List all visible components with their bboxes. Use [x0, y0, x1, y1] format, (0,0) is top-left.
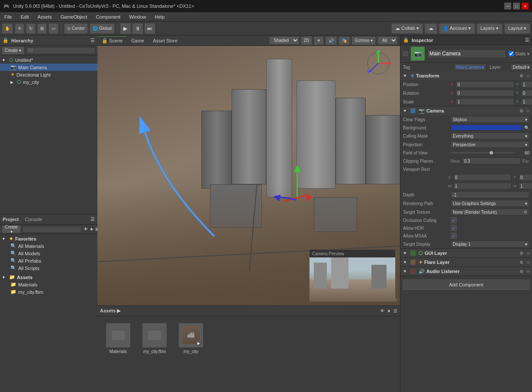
hierarchy-menu-icon[interactable]: ☰	[90, 38, 95, 43]
add-component-button[interactable]: Add Component	[403, 280, 529, 290]
project-all-prefabs[interactable]: 🔍 All Prefabs	[0, 257, 97, 264]
account-button[interactable]: 👤 Account ▾	[439, 23, 475, 34]
pause-button[interactable]: ⏸	[132, 23, 143, 34]
lights-button[interactable]: ☀	[314, 36, 324, 45]
project-all-models[interactable]: 🔍 All Models	[0, 250, 97, 257]
menu-edit[interactable]: Edit	[16, 13, 33, 20]
menu-file[interactable]: File	[0, 13, 16, 20]
flare-enabled-checkbox[interactable]	[410, 260, 416, 265]
audio-button[interactable]: 🔊	[326, 36, 337, 45]
gui-enabled-checkbox[interactable]	[410, 251, 416, 256]
cloud-button[interactable]: ☁	[425, 23, 437, 34]
viewport-h-input[interactable]	[519, 183, 532, 190]
hierarchy-item-main-camera[interactable]: 📷 Main Camera	[0, 64, 97, 71]
culling-mask-dropdown[interactable]: Everything ▾	[451, 132, 529, 139]
audio-settings-icon[interactable]: ⚙	[519, 269, 523, 274]
rotation-x-input[interactable]	[456, 90, 514, 96]
tab-game[interactable]: Game	[127, 37, 148, 45]
layer-dropdown[interactable]: Default ▾	[510, 64, 532, 71]
transform-section-header[interactable]: ▼ ⊹ Transform ⚙ ≡	[400, 71, 532, 80]
viewport-x-input[interactable]	[453, 174, 512, 181]
inspector-menu-icon[interactable]: ☰	[525, 37, 529, 43]
console-tab[interactable]: Console	[25, 217, 42, 222]
clipping-near-input[interactable]	[462, 157, 521, 164]
audio-listener-header[interactable]: ▼ 🔊 Audio Listener ⚙ ≡	[400, 267, 532, 276]
hierarchy-item-untitled[interactable]: ▼ ⬡ Untitled*	[0, 56, 97, 64]
global-button[interactable]: 🌐 Global	[90, 23, 115, 34]
fov-slider-track[interactable]	[451, 152, 516, 154]
camera-menu-icon[interactable]: ≡	[527, 109, 529, 113]
step-button[interactable]: ⏭	[145, 23, 155, 34]
hierarchy-item-directional-light[interactable]: ☀ Directional Light	[0, 71, 97, 78]
allow-msaa-checkbox[interactable]: ✓	[451, 233, 457, 239]
tool-rect[interactable]: ▭	[48, 23, 58, 34]
hierarchy-search-input[interactable]	[26, 47, 96, 54]
occlusion-checkbox[interactable]: ✓	[451, 217, 457, 223]
gui-layer-header[interactable]: ▼ ⬡ GUI Layer ⚙ ≡	[400, 249, 532, 257]
object-enabled-checkbox[interactable]	[403, 51, 408, 56]
tab-scene[interactable]: 🔒 Scene	[97, 36, 127, 45]
center-button[interactable]: ⊙ Center	[64, 23, 88, 34]
project-menu-icon[interactable]: ☰	[90, 216, 95, 222]
gui-menu-icon[interactable]: ≡	[527, 251, 529, 256]
shading-dropdown[interactable]: Shaded	[269, 36, 299, 45]
gui-settings-icon[interactable]: ⚙	[519, 251, 523, 256]
hierarchy-item-mycity[interactable]: ▶ ⬡ my_city	[0, 78, 97, 86]
menu-component[interactable]: Component	[91, 13, 125, 20]
menu-assets[interactable]: Assets	[33, 13, 56, 20]
menu-gameobject[interactable]: GameObject	[56, 13, 92, 20]
audio-menu-icon[interactable]: ≡	[527, 269, 529, 274]
projection-dropdown[interactable]: Perspective ▾	[451, 141, 529, 148]
transform-menu-icon[interactable]: ≡	[527, 74, 529, 78]
rendering-path-dropdown[interactable]: Use Graphics Settings ▾	[451, 200, 529, 207]
clear-flags-dropdown[interactable]: Skybox ▾	[451, 116, 529, 123]
maximize-button[interactable]: □	[513, 3, 520, 10]
close-button[interactable]: ✕	[522, 3, 529, 10]
hierarchy-create-button[interactable]: Create ▾	[2, 47, 24, 55]
position-y-input[interactable]	[521, 81, 532, 88]
flare-menu-icon[interactable]: ≡	[527, 260, 529, 265]
depth-input[interactable]	[451, 191, 529, 198]
project-assets-root[interactable]: ▼ 📁 Assets	[0, 273, 97, 281]
viewport-w-input[interactable]	[453, 183, 512, 190]
camera-settings-icon[interactable]: ⚙	[519, 109, 523, 113]
tool-hand[interactable]: ✋	[2, 23, 13, 34]
layers-filter-dropdown[interactable]: All	[377, 36, 397, 45]
position-x-input[interactable]	[456, 81, 514, 88]
project-all-scripts[interactable]: 🔍 All Scripts	[0, 264, 97, 272]
tab-asset-store[interactable]: Asset Store	[148, 37, 182, 45]
minimize-button[interactable]: ─	[504, 3, 511, 10]
background-eyedropper-icon[interactable]: 🔍	[524, 125, 529, 130]
flare-settings-icon[interactable]: ⚙	[519, 260, 523, 265]
2d-button[interactable]: 2D	[301, 36, 313, 45]
tool-rotate[interactable]: ↻	[26, 23, 35, 34]
menu-help[interactable]: Help	[150, 13, 169, 20]
layout-button[interactable]: Layout ▾	[504, 23, 530, 34]
static-checkbox[interactable]	[509, 51, 514, 56]
tool-move[interactable]: ✛	[15, 23, 24, 34]
project-favorites[interactable]: ▼ ★ Favorites	[0, 235, 97, 242]
layers-button[interactable]: Layers ▾	[477, 23, 503, 34]
asset-materials-folder[interactable]: Materials	[101, 320, 135, 363]
background-color-swatch[interactable]	[451, 125, 522, 131]
play-button[interactable]: ▶	[120, 23, 131, 34]
target-display-dropdown[interactable]: Display 1 ▾	[451, 241, 529, 247]
object-name-input[interactable]	[427, 49, 506, 58]
tool-scale[interactable]: ⊞	[37, 23, 47, 34]
camera-enabled-checkbox[interactable]	[410, 108, 416, 113]
project-all-materials[interactable]: 🔍 All Materials	[0, 242, 97, 250]
tag-dropdown[interactable]: MainCamera ▾	[454, 64, 486, 71]
viewport-y-input[interactable]	[519, 174, 532, 181]
rotation-y-input[interactable]	[521, 90, 532, 96]
project-materials-folder[interactable]: 📁 Materials	[0, 281, 97, 288]
camera-section-header[interactable]: ▼ 📷 Camera ⚙ ≡	[400, 106, 532, 115]
asset-mycity-prefab[interactable]: 🏙 ▶ my_city	[174, 320, 208, 363]
project-create-button[interactable]: Create ▾	[2, 225, 21, 233]
effects-button[interactable]: 🎭	[339, 36, 350, 45]
collab-button[interactable]: ☁ Collab ▾	[391, 23, 422, 34]
menu-window[interactable]: Window	[125, 13, 150, 20]
fov-slider-thumb[interactable]	[490, 151, 493, 154]
target-texture-circle-icon[interactable]: ⊙	[524, 210, 527, 214]
transform-settings-icon[interactable]: ⚙	[519, 74, 523, 78]
asset-mycity-fbm-folder[interactable]: my_city.fbm	[137, 320, 172, 363]
